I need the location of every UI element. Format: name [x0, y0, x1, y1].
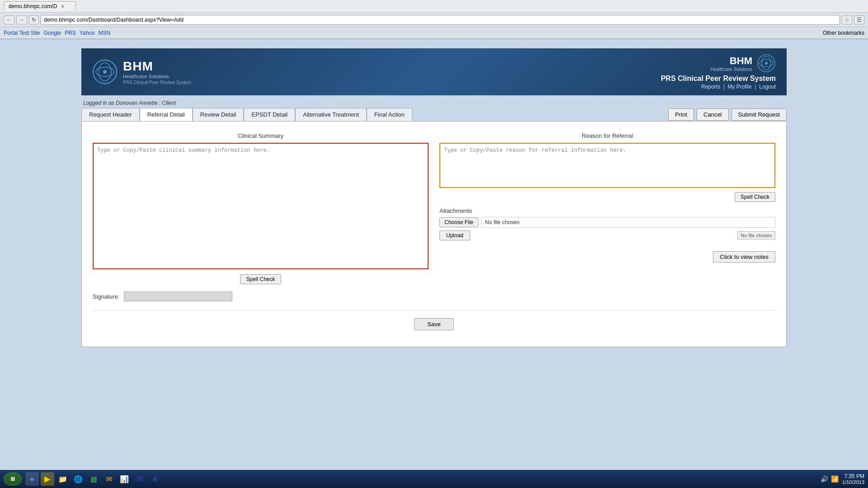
- bookmarks-bar: Portal Test Site Google PRS Yahoo MSN Ot…: [0, 27, 868, 39]
- tab-review-detail[interactable]: Review Detail: [193, 108, 244, 121]
- view-notes-button[interactable]: Click to view notes: [713, 251, 775, 263]
- no-file-small-text: No file chosen: [737, 231, 775, 239]
- tab-epsdt-detail[interactable]: EPSDT Detail: [244, 108, 295, 121]
- tab-close-icon[interactable]: ✕: [61, 4, 65, 9]
- tab-final-action[interactable]: Final Action: [367, 108, 412, 121]
- taskbar-icon-ie[interactable]: e: [148, 472, 162, 486]
- bookmark-google[interactable]: Google: [43, 30, 61, 36]
- file-choose-row: Choose File No file chosen: [439, 217, 775, 228]
- start-button[interactable]: ⊞: [4, 473, 22, 485]
- clinical-spell-check-button[interactable]: Spell Check: [240, 274, 281, 284]
- view-notes-row: Click to view notes: [439, 251, 775, 263]
- banner-system-title: PRS Clinical Peer Review System: [661, 75, 776, 83]
- banner-logo-text: BHM Healthcare Solutions PRS Clinical Pe…: [123, 59, 191, 85]
- browser-titlebar: demo.bhmpc.com/D ✕: [0, 0, 868, 13]
- svg-point-3: [103, 70, 107, 74]
- banner-right-sub: Healthcare Solutions: [711, 67, 752, 72]
- banner-bhm-title: BHM: [123, 59, 191, 74]
- clinical-spell-check-row: Spell Check: [93, 274, 429, 284]
- bookmark-msn[interactable]: MSN: [99, 30, 111, 36]
- windows-orb-icon: ●: [30, 474, 35, 484]
- banner-healthcare-sub: Healthcare Solutions: [123, 74, 191, 79]
- logged-in-bar: Logged in as Donovan Annette : Client: [81, 98, 787, 108]
- reason-referral-textarea[interactable]: [439, 143, 775, 188]
- tabs-and-actions: Request Header Referral Detail Review De…: [81, 108, 787, 121]
- windows-icon: ⊞: [10, 476, 15, 482]
- print-button[interactable]: Print: [668, 108, 694, 121]
- word-icon: W: [136, 475, 143, 483]
- taskbar-icon-excel[interactable]: ▦: [87, 472, 100, 486]
- taskbar-icon-word[interactable]: W: [133, 472, 146, 486]
- bookmark-prs[interactable]: PRS: [65, 30, 76, 36]
- save-button[interactable]: Save: [414, 318, 454, 330]
- cancel-button[interactable]: Cancel: [697, 108, 728, 121]
- browser-tab[interactable]: demo.bhmpc.com/D ✕: [4, 1, 76, 11]
- referral-spell-check-button[interactable]: Spell Check: [735, 192, 775, 202]
- upload-row: Upload No file chosen: [439, 230, 775, 240]
- bhm-logo-left-icon: [92, 59, 118, 84]
- taskbar-icon-chrome[interactable]: 🌐: [71, 472, 85, 486]
- chrome-icon: 🌐: [74, 475, 83, 483]
- tab-request-header[interactable]: Request Header: [81, 108, 140, 121]
- banner-right-text: BHM Healthcare Solutions: [711, 55, 752, 72]
- reports-link[interactable]: Reports: [701, 84, 720, 90]
- tab-alternative-treatment[interactable]: Alternative Treatment: [295, 108, 367, 121]
- taskbar-right: 🔊 📶 7:35 PM 1/10/2013: [821, 473, 864, 485]
- powerpoint-icon: 📊: [120, 475, 129, 483]
- referral-section: Reason for Referral Spell Check Attachme…: [439, 132, 775, 301]
- tabs-container: Request Header Referral Detail Review De…: [81, 108, 412, 121]
- banner-left: BHM Healthcare Solutions PRS Clinical Pe…: [92, 59, 191, 85]
- banner: BHM Healthcare Solutions PRS Clinical Pe…: [81, 48, 787, 95]
- submit-request-button[interactable]: Submit Request: [731, 108, 787, 121]
- clock-date: 1/10/2013: [842, 479, 864, 485]
- taskbar-icon-email[interactable]: ✉: [102, 472, 116, 486]
- taskbar-icons: ● ▶ 📁 🌐 ▦ ✉ 📊 W e: [25, 472, 162, 486]
- svg-point-7: [765, 62, 768, 65]
- taskbar-icon-media[interactable]: ▶: [41, 472, 54, 486]
- my-profile-link[interactable]: My Profile: [728, 84, 752, 90]
- banner-right-bhm: BHM: [711, 55, 752, 67]
- address-bar[interactable]: [41, 15, 840, 25]
- banner-right: BHM Healthcare Solutions PRS Clinical Pe…: [661, 54, 776, 90]
- banner-nav-links: Reports | My Profile | Logout: [661, 84, 776, 90]
- app-wrapper: BHM Healthcare Solutions PRS Clinical Pe…: [0, 39, 868, 446]
- clinical-summary-label: Clinical Summary: [93, 132, 429, 139]
- no-file-chosen-text: No file chosen: [481, 217, 775, 228]
- bookmark-portal[interactable]: Portal Test Site: [4, 30, 40, 36]
- action-buttons: Print Cancel Submit Request: [668, 108, 787, 121]
- menu-button[interactable]: ☰: [854, 15, 864, 24]
- star-button[interactable]: ☆: [842, 15, 852, 24]
- toolbar-area: Logged in as Donovan Annette : Client Re…: [81, 95, 787, 121]
- attachments-label: Attachments: [439, 207, 775, 214]
- folder-icon: 📁: [58, 475, 67, 483]
- refresh-button[interactable]: ↻: [29, 15, 39, 24]
- taskbar-icon-folder[interactable]: 📁: [56, 472, 70, 486]
- back-button[interactable]: ←: [4, 15, 14, 24]
- clinical-summary-section: Clinical Summary Spell Check Signature:: [93, 132, 429, 301]
- choose-file-button[interactable]: Choose File: [439, 217, 478, 227]
- upload-button[interactable]: Upload: [439, 230, 470, 240]
- taskbar-sys-icons: 🔊 📶: [821, 475, 839, 483]
- logout-link[interactable]: Logout: [759, 84, 776, 90]
- browser-nav: ← → ↻ ☆ ☰: [0, 13, 868, 27]
- clock-time: 7:35 PM: [842, 473, 864, 479]
- volume-icon[interactable]: 🔊: [821, 475, 828, 483]
- network-icon[interactable]: 📶: [831, 475, 839, 483]
- taskbar-icon-windows[interactable]: ●: [25, 472, 39, 486]
- clinical-summary-textarea[interactable]: [93, 143, 429, 269]
- taskbar: ⊞ ● ▶ 📁 🌐 ▦ ✉ 📊 W e 🔊 �: [0, 470, 868, 488]
- signature-input[interactable]: [124, 291, 232, 301]
- taskbar-icon-powerpoint[interactable]: 📊: [118, 472, 131, 486]
- forward-button[interactable]: →: [16, 15, 27, 24]
- main-content: Clinical Summary Spell Check Signature: …: [81, 121, 787, 347]
- excel-icon: ▦: [90, 475, 97, 483]
- bookmark-yahoo[interactable]: Yahoo: [80, 30, 95, 36]
- banner-system-sub: PRS Clinical Peer Review System: [123, 80, 191, 85]
- attachments-section: Attachments Choose File No file chosen U…: [439, 207, 775, 240]
- email-icon: ✉: [106, 475, 112, 483]
- tab-referral-detail[interactable]: Referral Detail: [140, 108, 193, 121]
- taskbar-clock: 7:35 PM 1/10/2013: [842, 473, 864, 485]
- other-bookmarks[interactable]: Other bookmarks: [823, 30, 864, 36]
- reason-referral-label: Reason for Referral: [439, 132, 775, 139]
- browser-chrome: demo.bhmpc.com/D ✕ ← → ↻ ☆ ☰ Portal Test…: [0, 0, 868, 39]
